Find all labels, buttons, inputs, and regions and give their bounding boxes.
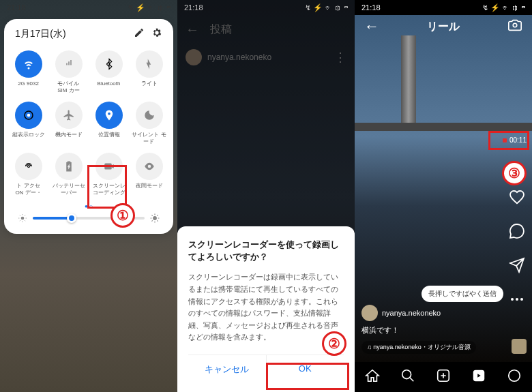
- nav-home[interactable]: [365, 368, 380, 386]
- quick-settings-panel: 1月17日(水) 2G 9032モバイル SIM カーBluetoothライト縦…: [4, 19, 173, 234]
- brightness-high-icon: [150, 213, 160, 223]
- svg-point-7: [520, 298, 523, 301]
- tile-label: ライト: [141, 80, 158, 87]
- bottom-nav: [355, 362, 532, 392]
- status-time: 21:18: [361, 3, 381, 12]
- qs-tiles: 2G 9032モバイル SIM カーBluetoothライト縦表示ロック機内モー…: [10, 48, 168, 199]
- nav-create[interactable]: [436, 368, 451, 386]
- reels-actions: [509, 189, 525, 310]
- reels-info: nyanya.nekoneko 横浜です！ ♫ nyanya.nekoneko・…: [361, 305, 498, 354]
- screen-quick-settings: 21:18 ↯ ⚡ ᯤ ⎅ ▭ 1月17日(水) 2G 9032モバイル SIM…: [0, 0, 177, 392]
- caption: 横浜です！: [361, 325, 498, 335]
- qs-tile-flash[interactable]: ライト: [130, 48, 168, 96]
- qs-tile-plane[interactable]: 機内モード: [50, 99, 87, 147]
- dialog-title: スクリーンレコーダーを使って録画してよろしいですか？: [188, 239, 344, 263]
- svg-point-1: [27, 114, 30, 117]
- qs-tile-bt[interactable]: Bluetooth: [90, 48, 128, 96]
- qs-tile-battery[interactable]: バッテリーセ ーバー: [50, 150, 87, 198]
- tile-label: 位置情報: [98, 132, 120, 138]
- qs-tile-wifi[interactable]: 2G 9032: [10, 48, 47, 96]
- svg-point-5: [511, 298, 514, 301]
- status-icons: ↯ ⚡ ᯤ ⎅ ▭: [128, 3, 171, 12]
- like-button[interactable]: [509, 189, 525, 208]
- timer-text: 00:11: [509, 136, 527, 144]
- bridge-graphic: [355, 42, 532, 138]
- brightness-slider[interactable]: [10, 213, 168, 223]
- status-bar: 21:18 ↯ ⚡ ᯤ ⎅ ▭: [355, 0, 532, 15]
- battery-icon: [55, 153, 83, 180]
- mobile-icon: [55, 50, 83, 78]
- svg-rect-2: [104, 164, 112, 170]
- svg-point-8: [402, 370, 411, 379]
- tile-label: 縦表示ロック: [12, 132, 45, 138]
- cancel-button[interactable]: キャンセル: [188, 355, 267, 384]
- screen-reels: 21:18 ↯ ⚡ ᯤ ⎅ ▭ ← リール 00:11 長押しですばやく送信 n…: [355, 0, 532, 392]
- dialog-buttons: キャンセル OK: [188, 355, 344, 384]
- status-time: 21:18: [184, 3, 203, 12]
- qs-tile-hotspot[interactable]: ト アクセ ON デー・: [10, 150, 47, 198]
- qs-date: 1月17日(水): [15, 28, 66, 40]
- tile-label: スクリーンレ コーディング: [93, 183, 125, 196]
- reels-user-row[interactable]: nyanya.nekoneko: [361, 305, 498, 321]
- rec-dot-icon: [503, 138, 507, 142]
- tile-label: 機内モード: [55, 132, 83, 138]
- share-button[interactable]: [509, 257, 525, 276]
- qs-tile-mobile[interactable]: モバイル SIM カー: [50, 48, 87, 96]
- camera-icon[interactable]: [507, 18, 522, 35]
- reels-header: ← リール: [355, 18, 532, 35]
- loc-icon: [95, 102, 123, 129]
- gear-icon[interactable]: [151, 27, 162, 41]
- nav-profile[interactable]: [507, 368, 522, 386]
- back-icon[interactable]: ←: [364, 18, 379, 35]
- tile-label: Bluetooth: [98, 80, 121, 87]
- svg-point-11: [509, 370, 520, 382]
- page-indicator: ● ○: [10, 199, 168, 213]
- nav-reels[interactable]: [471, 368, 486, 386]
- ok-button[interactable]: OK: [267, 355, 344, 384]
- lock-icon: [15, 102, 42, 129]
- nav-search[interactable]: [400, 368, 415, 386]
- dialog-body: スクリーンレコーダーは録画中に表示しているまたは携帯電話にて再生しているすべての…: [188, 271, 344, 344]
- hotspot-icon: [15, 153, 42, 180]
- record-icon: [95, 153, 123, 180]
- qs-tile-loc[interactable]: 位置情報: [90, 99, 128, 147]
- flash-icon: [136, 50, 163, 78]
- status-bar: 21:18 ↯ ⚡ ᯤ ⎅ ▭: [0, 0, 177, 15]
- svg-point-3: [21, 216, 25, 220]
- screen-dialog: 21:18 ↯ ⚡ ᯤ ⎅ ▭ ← 投稿 nyanya.nekoneko ⋮ ス…: [177, 0, 355, 392]
- more-button[interactable]: [509, 291, 525, 310]
- status-time: 21:18: [7, 3, 26, 12]
- qs-tile-record[interactable]: スクリーンレ コーディング: [90, 150, 128, 198]
- tile-label: バッテリーセ ーバー: [53, 183, 85, 196]
- qs-header-actions: [134, 27, 162, 41]
- tile-label: サイレント モ ード: [132, 132, 166, 145]
- brightness-low-icon: [18, 213, 27, 223]
- username[interactable]: nyanya.nekoneko: [382, 309, 441, 317]
- recording-timer: 00:11: [503, 136, 527, 144]
- reels-title: リール: [427, 20, 460, 34]
- tile-label: モバイル SIM カー: [57, 80, 79, 93]
- comment-button[interactable]: [509, 223, 525, 242]
- qs-header: 1月17日(水): [10, 27, 168, 48]
- slider-track[interactable]: [33, 217, 145, 220]
- permission-dialog: スクリーンレコーダーを使って録画してよろしいですか？ スクリーンレコーダーは録画…: [177, 226, 355, 392]
- qs-tile-lock[interactable]: 縦表示ロック: [10, 99, 47, 147]
- tile-label: ト アクセ ON デー・: [15, 183, 41, 196]
- tile-label: 2G 9032: [18, 80, 39, 87]
- svg-point-6: [516, 298, 518, 301]
- bt-icon: [95, 50, 123, 78]
- qs-tile-moon[interactable]: サイレント モ ード: [130, 99, 168, 147]
- wifi-icon: [15, 50, 42, 78]
- tile-label: 夜間モード: [136, 183, 163, 190]
- qs-tile-eye[interactable]: 夜間モード: [130, 150, 168, 198]
- avatar[interactable]: [361, 305, 378, 321]
- status-bar: 21:18 ↯ ⚡ ᯤ ⎅ ▭: [177, 0, 355, 15]
- audio-info[interactable]: ♫ nyanya.nekoneko・オリジナル音源: [361, 341, 476, 354]
- audio-thumbnail[interactable]: [512, 339, 527, 354]
- plane-icon: [55, 102, 83, 129]
- eye-icon: [136, 153, 163, 180]
- share-tooltip: 長押しですばやく送信: [422, 286, 503, 302]
- edit-icon[interactable]: [134, 27, 145, 41]
- svg-point-4: [153, 216, 157, 220]
- status-icons: ↯ ⚡ ᯤ ⎅ ▭: [305, 3, 348, 12]
